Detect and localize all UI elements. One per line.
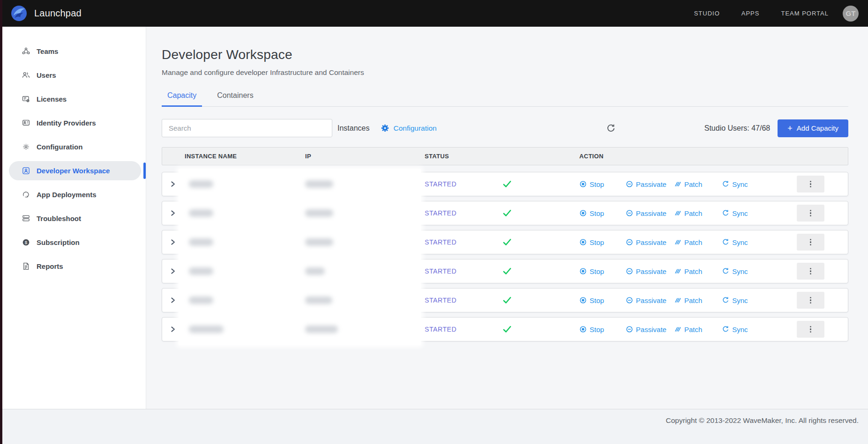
sidebar-item-label: Users xyxy=(37,71,56,79)
configuration-link[interactable]: Configuration xyxy=(381,124,436,133)
stop-label: Stop xyxy=(590,326,604,333)
patch-action[interactable]: Patch xyxy=(674,238,702,246)
sync-action[interactable]: Sync xyxy=(722,267,748,275)
cell-action: Stop Passivate Patch Sync xyxy=(579,234,848,251)
table-header: INSTANCE NAME IP STATUS ACTION xyxy=(162,147,848,165)
stop-action[interactable]: Stop xyxy=(579,267,604,275)
expand-chevron-icon[interactable] xyxy=(170,268,176,274)
sync-action[interactable]: Sync xyxy=(722,180,748,188)
stop-label: Stop xyxy=(590,267,604,275)
tab-capacity[interactable]: Capacity xyxy=(162,91,202,107)
sync-action[interactable]: Sync xyxy=(722,238,748,246)
stop-icon xyxy=(579,209,587,217)
patch-action[interactable]: Patch xyxy=(674,180,702,188)
kebab-dot xyxy=(810,328,811,330)
stop-label: Stop xyxy=(590,296,604,304)
passivate-action[interactable]: Passivate xyxy=(626,326,666,333)
status-badge: STARTED xyxy=(425,326,456,333)
sidebar-item-licenses[interactable]: Licenses xyxy=(9,89,141,109)
stop-action[interactable]: Stop xyxy=(579,296,604,304)
patch-action[interactable]: Patch xyxy=(674,267,702,275)
passivate-action[interactable]: Passivate xyxy=(626,267,666,275)
sidebar-item-subscription[interactable]: $ Subscription xyxy=(9,233,141,252)
status-badge: STARTED xyxy=(425,180,456,188)
kebab-menu-button[interactable] xyxy=(797,321,824,338)
toolbar: Instances Configuration xyxy=(162,119,848,137)
topnav-apps[interactable]: APPS xyxy=(741,10,760,17)
redacted-ip xyxy=(305,296,332,304)
sidebar-item-identity-providers[interactable]: Identity Providers xyxy=(9,113,141,133)
expand-chevron-icon[interactable] xyxy=(170,210,176,216)
sidebar-item-teams[interactable]: Teams xyxy=(9,42,141,61)
cell-status: STARTED xyxy=(425,266,579,276)
cell-action: Stop Passivate Patch Sync xyxy=(579,263,848,280)
reports-icon xyxy=(21,262,30,271)
expand-chevron-icon[interactable] xyxy=(170,297,176,303)
stop-action[interactable]: Stop xyxy=(579,326,604,333)
refresh-icon[interactable] xyxy=(606,123,616,133)
add-capacity-button[interactable]: + Add Capacity xyxy=(778,119,848,137)
stop-label: Stop xyxy=(590,238,604,246)
sidebar-item-troubleshoot[interactable]: Troubleshoot xyxy=(9,209,141,228)
kebab-dot xyxy=(810,215,811,216)
kebab-menu-button[interactable] xyxy=(797,263,824,280)
stop-action[interactable]: Stop xyxy=(579,209,604,217)
column-header-action: ACTION xyxy=(579,153,848,160)
patch-action[interactable]: Patch xyxy=(674,209,702,217)
kebab-menu-button[interactable] xyxy=(797,234,824,251)
kebab-dot xyxy=(810,186,811,187)
check-icon xyxy=(502,179,512,189)
sidebar-item-developer-workspace[interactable]: Developer Workspace xyxy=(9,161,141,180)
expand-chevron-icon[interactable] xyxy=(170,326,176,333)
cell-action: Stop Passivate Patch Sync xyxy=(579,321,848,338)
sidebar-item-users[interactable]: Users xyxy=(9,66,141,85)
kebab-dot xyxy=(810,302,811,303)
expand-chevron-icon[interactable] xyxy=(170,239,176,245)
check-icon xyxy=(502,237,512,247)
sync-label: Sync xyxy=(732,238,748,246)
stop-action[interactable]: Stop xyxy=(579,180,604,188)
kebab-menu-button[interactable] xyxy=(797,176,824,192)
redacted-ip xyxy=(305,267,325,275)
kebab-dot xyxy=(810,210,811,211)
sidebar-item-label: Troubleshoot xyxy=(37,215,81,222)
patch-icon xyxy=(674,180,681,188)
patch-label: Patch xyxy=(684,238,702,246)
column-header-instance-name: INSTANCE NAME xyxy=(162,153,305,160)
kebab-menu-button[interactable] xyxy=(797,292,824,309)
topnav-team-portal[interactable]: TEAM PORTAL xyxy=(781,10,829,17)
patch-action[interactable]: Patch xyxy=(674,326,702,333)
search-input[interactable] xyxy=(162,119,332,137)
patch-action[interactable]: Patch xyxy=(674,296,702,304)
kebab-dot xyxy=(810,273,811,274)
sidebar-item-app-deployments[interactable]: App Deployments xyxy=(9,185,141,204)
stop-action[interactable]: Stop xyxy=(579,238,604,246)
gear-icon xyxy=(381,124,389,133)
passivate-action[interactable]: Passivate xyxy=(626,238,666,246)
patch-label: Patch xyxy=(684,209,702,217)
topnav-studio[interactable]: STUDIO xyxy=(694,10,720,17)
expand-chevron-icon[interactable] xyxy=(170,181,176,187)
sidebar-item-configuration[interactable]: Configuration xyxy=(9,137,141,156)
user-avatar[interactable]: GT xyxy=(843,6,859,22)
passivate-action[interactable]: Passivate xyxy=(626,209,666,217)
passivate-label: Passivate xyxy=(636,238,666,246)
sync-action[interactable]: Sync xyxy=(722,209,748,217)
passivate-action[interactable]: Passivate xyxy=(626,296,666,304)
passivate-label: Passivate xyxy=(636,180,666,188)
kebab-dot xyxy=(810,241,811,243)
kebab-dot xyxy=(810,326,811,327)
footer: Copyright © 2013-2022 WaveMaker, Inc. Al… xyxy=(0,409,868,444)
kebab-menu-button[interactable] xyxy=(797,205,824,222)
stop-icon xyxy=(579,296,587,304)
check-icon xyxy=(502,295,512,305)
status-badge: STARTED xyxy=(425,296,456,304)
passivate-action[interactable]: Passivate xyxy=(626,180,666,188)
sync-action[interactable]: Sync xyxy=(722,326,748,333)
sidebar-item-label: Reports xyxy=(37,262,63,270)
stop-label: Stop xyxy=(590,209,604,217)
tab-containers[interactable]: Containers xyxy=(211,91,259,107)
sidebar-item-reports[interactable]: Reports xyxy=(9,257,141,276)
wavemaker-logo-icon xyxy=(11,5,27,22)
sync-action[interactable]: Sync xyxy=(722,296,748,304)
